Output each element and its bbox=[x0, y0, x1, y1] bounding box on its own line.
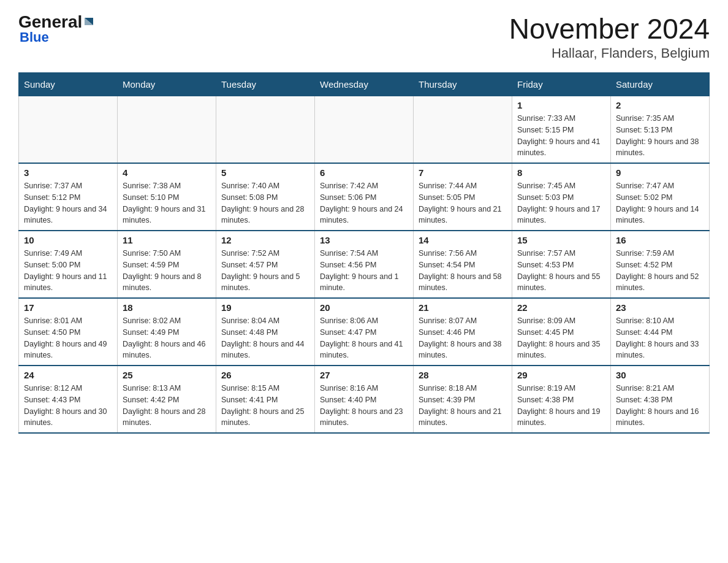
day-number: 9 bbox=[616, 167, 704, 178]
calendar-day-cell: 17Sunrise: 8:01 AMSunset: 4:50 PMDayligh… bbox=[19, 298, 118, 366]
calendar-day-cell: 27Sunrise: 8:16 AMSunset: 4:40 PMDayligh… bbox=[315, 366, 414, 433]
calendar-day-cell: 1Sunrise: 7:33 AMSunset: 5:15 PMDaylight… bbox=[512, 96, 611, 164]
calendar-day-cell bbox=[118, 96, 216, 164]
day-info: Sunrise: 8:04 AMSunset: 4:48 PMDaylight:… bbox=[221, 315, 309, 361]
logo: General Blue bbox=[18, 12, 94, 45]
day-number: 14 bbox=[419, 235, 507, 245]
day-number: 15 bbox=[517, 235, 605, 245]
calendar-day-cell: 7Sunrise: 7:44 AMSunset: 5:05 PMDaylight… bbox=[414, 163, 512, 231]
day-of-week-header: Thursday bbox=[414, 73, 512, 96]
calendar-day-cell: 25Sunrise: 8:13 AMSunset: 4:42 PMDayligh… bbox=[118, 366, 216, 433]
day-info: Sunrise: 8:15 AMSunset: 4:41 PMDaylight:… bbox=[221, 383, 309, 429]
calendar-day-cell: 5Sunrise: 7:40 AMSunset: 5:08 PMDaylight… bbox=[216, 163, 315, 231]
day-info: Sunrise: 8:21 AMSunset: 4:38 PMDaylight:… bbox=[616, 383, 704, 429]
day-number: 18 bbox=[123, 302, 211, 313]
calendar-day-cell bbox=[414, 96, 512, 164]
calendar-week-row: 3Sunrise: 7:37 AMSunset: 5:12 PMDaylight… bbox=[19, 163, 710, 231]
calendar-week-row: 10Sunrise: 7:49 AMSunset: 5:00 PMDayligh… bbox=[19, 231, 710, 298]
logo-blue: Blue bbox=[20, 29, 49, 45]
day-number: 30 bbox=[616, 370, 704, 380]
day-info: Sunrise: 7:37 AMSunset: 5:12 PMDaylight:… bbox=[24, 180, 112, 226]
day-number: 21 bbox=[419, 302, 507, 313]
day-number: 10 bbox=[24, 235, 112, 245]
day-number: 20 bbox=[320, 302, 408, 313]
day-of-week-header: Monday bbox=[118, 73, 216, 96]
calendar-header-row: SundayMondayTuesdayWednesdayThursdayFrid… bbox=[19, 73, 710, 96]
calendar-day-cell: 20Sunrise: 8:06 AMSunset: 4:47 PMDayligh… bbox=[315, 298, 414, 366]
calendar-day-cell bbox=[216, 96, 315, 164]
day-info: Sunrise: 8:02 AMSunset: 4:49 PMDaylight:… bbox=[123, 315, 211, 361]
title-area: November 2024 Hallaar, Flanders, Belgium bbox=[509, 12, 710, 61]
calendar-table: SundayMondayTuesdayWednesdayThursdayFrid… bbox=[18, 72, 710, 434]
day-info: Sunrise: 8:18 AMSunset: 4:39 PMDaylight:… bbox=[419, 383, 507, 429]
day-number: 2 bbox=[616, 100, 704, 110]
calendar-day-cell: 21Sunrise: 8:07 AMSunset: 4:46 PMDayligh… bbox=[414, 298, 512, 366]
day-number: 23 bbox=[616, 302, 704, 313]
day-of-week-header: Friday bbox=[512, 73, 611, 96]
calendar-day-cell: 23Sunrise: 8:10 AMSunset: 4:44 PMDayligh… bbox=[611, 298, 710, 366]
day-number: 11 bbox=[123, 235, 211, 245]
calendar-day-cell bbox=[315, 96, 414, 164]
calendar-day-cell: 14Sunrise: 7:56 AMSunset: 4:54 PMDayligh… bbox=[414, 231, 512, 298]
day-info: Sunrise: 7:54 AMSunset: 4:56 PMDaylight:… bbox=[320, 248, 408, 294]
calendar-day-cell: 28Sunrise: 8:18 AMSunset: 4:39 PMDayligh… bbox=[414, 366, 512, 433]
calendar-day-cell: 10Sunrise: 7:49 AMSunset: 5:00 PMDayligh… bbox=[19, 231, 118, 298]
day-info: Sunrise: 7:56 AMSunset: 4:54 PMDaylight:… bbox=[419, 248, 507, 294]
day-info: Sunrise: 7:52 AMSunset: 4:57 PMDaylight:… bbox=[221, 248, 309, 294]
day-of-week-header: Tuesday bbox=[216, 73, 315, 96]
calendar-day-cell: 30Sunrise: 8:21 AMSunset: 4:38 PMDayligh… bbox=[611, 366, 710, 433]
calendar-day-cell: 13Sunrise: 7:54 AMSunset: 4:56 PMDayligh… bbox=[315, 231, 414, 298]
day-info: Sunrise: 7:38 AMSunset: 5:10 PMDaylight:… bbox=[123, 180, 211, 226]
day-of-week-header: Saturday bbox=[611, 73, 710, 96]
calendar-day-cell: 4Sunrise: 7:38 AMSunset: 5:10 PMDaylight… bbox=[118, 163, 216, 231]
day-number: 25 bbox=[123, 370, 211, 380]
day-number: 3 bbox=[24, 167, 112, 178]
calendar-day-cell: 8Sunrise: 7:45 AMSunset: 5:03 PMDaylight… bbox=[512, 163, 611, 231]
day-info: Sunrise: 7:35 AMSunset: 5:13 PMDaylight:… bbox=[616, 113, 704, 159]
calendar-day-cell: 22Sunrise: 8:09 AMSunset: 4:45 PMDayligh… bbox=[512, 298, 611, 366]
logo-icon bbox=[83, 17, 94, 28]
day-info: Sunrise: 8:09 AMSunset: 4:45 PMDaylight:… bbox=[517, 315, 605, 361]
calendar-week-row: 1Sunrise: 7:33 AMSunset: 5:15 PMDaylight… bbox=[19, 96, 710, 164]
day-number: 17 bbox=[24, 302, 112, 313]
day-info: Sunrise: 8:06 AMSunset: 4:47 PMDaylight:… bbox=[320, 315, 408, 361]
calendar-day-cell: 11Sunrise: 7:50 AMSunset: 4:59 PMDayligh… bbox=[118, 231, 216, 298]
day-number: 7 bbox=[419, 167, 507, 178]
calendar-day-cell: 2Sunrise: 7:35 AMSunset: 5:13 PMDaylight… bbox=[611, 96, 710, 164]
day-info: Sunrise: 7:49 AMSunset: 5:00 PMDaylight:… bbox=[24, 248, 112, 294]
day-info: Sunrise: 7:42 AMSunset: 5:06 PMDaylight:… bbox=[320, 180, 408, 226]
calendar-day-cell: 18Sunrise: 8:02 AMSunset: 4:49 PMDayligh… bbox=[118, 298, 216, 366]
day-info: Sunrise: 8:01 AMSunset: 4:50 PMDaylight:… bbox=[24, 315, 112, 361]
day-info: Sunrise: 8:10 AMSunset: 4:44 PMDaylight:… bbox=[616, 315, 704, 361]
day-number: 16 bbox=[616, 235, 704, 245]
calendar-day-cell: 12Sunrise: 7:52 AMSunset: 4:57 PMDayligh… bbox=[216, 231, 315, 298]
day-number: 12 bbox=[221, 235, 309, 245]
day-info: Sunrise: 7:47 AMSunset: 5:02 PMDaylight:… bbox=[616, 180, 704, 226]
day-info: Sunrise: 7:57 AMSunset: 4:53 PMDaylight:… bbox=[517, 248, 605, 294]
calendar-subtitle: Hallaar, Flanders, Belgium bbox=[509, 45, 710, 61]
day-of-week-header: Wednesday bbox=[315, 73, 414, 96]
day-info: Sunrise: 8:16 AMSunset: 4:40 PMDaylight:… bbox=[320, 383, 408, 429]
day-of-week-header: Sunday bbox=[19, 73, 118, 96]
day-info: Sunrise: 8:19 AMSunset: 4:38 PMDaylight:… bbox=[517, 383, 605, 429]
calendar-day-cell: 24Sunrise: 8:12 AMSunset: 4:43 PMDayligh… bbox=[19, 366, 118, 433]
day-info: Sunrise: 8:12 AMSunset: 4:43 PMDaylight:… bbox=[24, 383, 112, 429]
day-number: 5 bbox=[221, 167, 309, 178]
calendar-title: November 2024 bbox=[509, 12, 710, 45]
page-header: General Blue November 2024 Hallaar, Flan… bbox=[18, 12, 710, 61]
day-info: Sunrise: 7:50 AMSunset: 4:59 PMDaylight:… bbox=[123, 248, 211, 294]
day-info: Sunrise: 7:45 AMSunset: 5:03 PMDaylight:… bbox=[517, 180, 605, 226]
day-number: 28 bbox=[419, 370, 507, 380]
calendar-day-cell: 9Sunrise: 7:47 AMSunset: 5:02 PMDaylight… bbox=[611, 163, 710, 231]
calendar-day-cell: 19Sunrise: 8:04 AMSunset: 4:48 PMDayligh… bbox=[216, 298, 315, 366]
calendar-day-cell: 16Sunrise: 7:59 AMSunset: 4:52 PMDayligh… bbox=[611, 231, 710, 298]
day-number: 4 bbox=[123, 167, 211, 178]
calendar-day-cell: 3Sunrise: 7:37 AMSunset: 5:12 PMDaylight… bbox=[19, 163, 118, 231]
day-number: 26 bbox=[221, 370, 309, 380]
day-number: 13 bbox=[320, 235, 408, 245]
day-info: Sunrise: 7:40 AMSunset: 5:08 PMDaylight:… bbox=[221, 180, 309, 226]
calendar-day-cell: 29Sunrise: 8:19 AMSunset: 4:38 PMDayligh… bbox=[512, 366, 611, 433]
day-number: 19 bbox=[221, 302, 309, 313]
day-info: Sunrise: 7:59 AMSunset: 4:52 PMDaylight:… bbox=[616, 248, 704, 294]
day-info: Sunrise: 8:07 AMSunset: 4:46 PMDaylight:… bbox=[419, 315, 507, 361]
